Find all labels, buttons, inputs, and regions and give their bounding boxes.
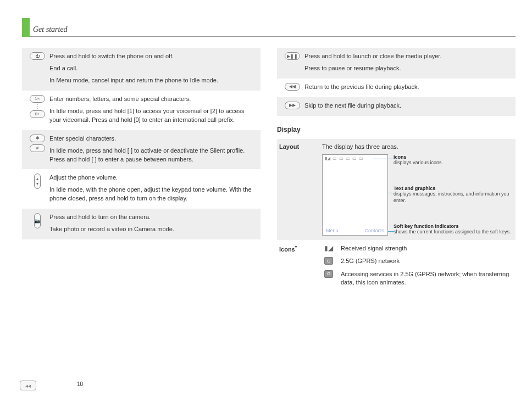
icon-row-gprs: G 2.5G (GPRS) network <box>322 257 513 265</box>
display-icons-label: Icons* <box>279 244 322 253</box>
key-desc-line: In Idle mode, press and hold [ ] to acti… <box>49 147 257 164</box>
prev-file-key-icon: ◀◀ <box>280 83 304 91</box>
play-pause-key-icon: ▶❚❚ <box>280 52 304 60</box>
key-row-starhash: ✱ # Enter special characters. In Idle mo… <box>22 130 261 170</box>
key-desc-line: Adjust the phone volume. <box>49 174 257 182</box>
icon-row-signal: ▮◢ Received signal strength <box>322 244 513 253</box>
callout-line <box>388 193 395 193</box>
key-desc-line: Enter special characters. <box>49 135 257 143</box>
content-columns: ⏻ Press and hold to switch the phone on … <box>22 48 516 295</box>
key-desc-line: End a call. <box>49 64 257 73</box>
key-desc: Enter numbers, letters, and some special… <box>49 95 257 125</box>
icon-desc: Received signal strength <box>341 244 513 253</box>
left-column: ⏻ Press and hold to switch the phone on … <box>22 48 261 295</box>
footnote-marker: * <box>295 244 297 250</box>
key-row-camera: 📷 Press and hold to turn on the camera. … <box>22 209 261 239</box>
gprs-2-5g-icon: G <box>322 257 335 265</box>
icon-row-gprs-active: G Accessing services in 2.5G (GPRS) netw… <box>322 270 513 287</box>
page-header: Get started <box>22 16 516 37</box>
key-desc: Press and hold to launch or close the me… <box>304 52 512 73</box>
display-icons-row: Icons* ▮◢ Received signal strength G 2.5… <box>277 240 516 296</box>
power-key-icon: ⏻ <box>25 52 49 60</box>
callout-line <box>373 159 395 159</box>
display-layout-intro: The display has three areas. <box>322 143 513 150</box>
key-row-play: ▶❚❚ Press and hold to launch or close th… <box>277 48 516 79</box>
key-row-numbers: 1∞ ⋮ 0+ Enter numbers, letters, and some… <box>22 91 261 130</box>
key-desc: Return to the previous file during playb… <box>304 83 512 92</box>
icon-desc: Accessing services in 2.5G (GPRS) networ… <box>341 270 513 287</box>
key-row-power: ⏻ Press and hold to switch the phone on … <box>22 48 261 91</box>
key-desc: Press and hold to turn on the camera. Ta… <box>49 213 257 234</box>
star-hash-keys-icon: ✱ # <box>25 135 49 152</box>
key-desc-line: Press to pause or resume playback. <box>304 64 512 73</box>
phone-screen-diagram: ▮◢▭▭▭▭▭ Menu Contacts <box>322 154 388 236</box>
display-layout-body: The display has three areas. ▮◢▭▭▭▭▭ Men… <box>322 143 513 236</box>
key-desc-line: Skip to the next file during playback. <box>304 102 512 110</box>
screen-callouts: Icons displays various icons. Text and g… <box>394 154 513 236</box>
icon-desc: 2.5G (GPRS) network <box>341 257 513 265</box>
callout-icons: Icons displays various icons. <box>394 154 513 166</box>
footer-page-icon: ◂◂ <box>20 381 36 390</box>
number-keys-icon: 1∞ ⋮ 0+ <box>25 95 49 118</box>
volume-key-icon: ▴▾ <box>25 174 49 189</box>
key-desc-line: Press and hold to switch the phone on an… <box>49 52 257 61</box>
key-desc: Adjust the phone volume. In Idle mode, w… <box>49 174 257 203</box>
key-desc-line: Return to the previous file during playb… <box>304 83 512 92</box>
softkey-right: Contacts <box>364 228 384 233</box>
screen-softkeys: Menu Contacts <box>323 226 387 235</box>
key-row-next: ▶▶ Skip to the next file during playback… <box>277 97 516 116</box>
signal-strength-icon: ▮◢ <box>322 244 335 252</box>
key-desc: Skip to the next file during playback. <box>304 102 512 110</box>
camera-key-icon: 📷 <box>25 213 49 228</box>
key-desc-line: Press and hold to turn on the camera. <box>49 213 257 222</box>
softkey-left: Menu <box>326 228 339 233</box>
key-row-volume: ▴▾ Adjust the phone volume. In Idle mode… <box>22 169 261 209</box>
callout-text-graphics: Text and graphics displays messages, ins… <box>394 186 513 204</box>
key-desc-line: In Menu mode, cancel input and return th… <box>49 76 257 85</box>
display-icons-body: ▮◢ Received signal strength G 2.5G (GPRS… <box>322 244 513 292</box>
screen-main-area <box>323 163 387 226</box>
key-desc: Enter special characters. In Idle mode, … <box>49 135 257 164</box>
next-file-key-icon: ▶▶ <box>280 102 304 109</box>
page-title: Get started <box>33 25 68 35</box>
display-layout-row: Layout The display has three areas. ▮◢▭▭… <box>277 139 516 240</box>
page-number: 10 <box>77 381 83 387</box>
key-desc-line: Take photo or record a video in Camera m… <box>49 225 257 234</box>
header-accent-tab <box>22 18 30 37</box>
key-desc-line: Press and hold to launch or close the me… <box>304 52 512 61</box>
key-row-prev: ◀◀ Return to the previous file during pl… <box>277 79 516 97</box>
callout-softkeys: Soft key function indicators shows the c… <box>394 223 513 236</box>
display-section-title: Display <box>277 126 516 133</box>
key-desc-line: In Idle mode, press and hold [1] to acce… <box>49 107 257 125</box>
callout-line <box>388 231 395 232</box>
gprs-active-icon: G <box>322 270 335 278</box>
right-column: ▶❚❚ Press and hold to launch or close th… <box>277 48 516 295</box>
key-desc-line: In Idle mode, with the phone open, adjus… <box>49 186 257 203</box>
display-layout-label: Layout <box>279 143 322 150</box>
key-desc-line: Enter numbers, letters, and some special… <box>49 95 257 104</box>
key-desc: Press and hold to switch the phone on an… <box>49 52 257 85</box>
